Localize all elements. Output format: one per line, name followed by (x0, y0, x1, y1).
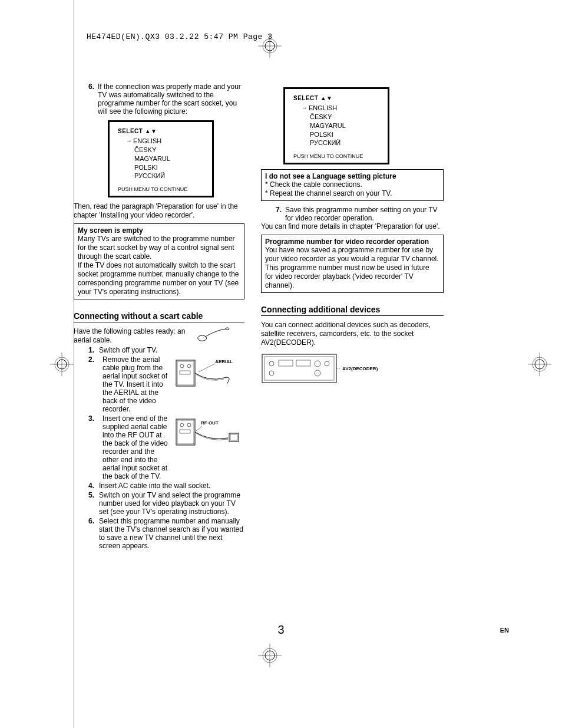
step-text: Save this programme number setting on yo… (285, 206, 444, 222)
svg-point-19 (269, 371, 274, 375)
svg-rect-16 (262, 354, 336, 383)
step-number: 6. (88, 83, 98, 116)
svg-rect-8 (176, 419, 195, 445)
svg-rect-21 (296, 360, 310, 366)
aerial-connection-diagram: AERIAL (174, 355, 244, 391)
step-text: Switch off your TV. (99, 346, 244, 354)
left-column: 6. If the connection was properly made a… (74, 83, 244, 550)
svg-point-11 (187, 423, 191, 427)
info-box-programme-number: Programme number for video recorder oper… (261, 235, 444, 293)
info-box-title: Programme number for video recorder oper… (265, 238, 439, 246)
intro-text: Have the following cables ready: an aeri… (74, 327, 191, 345)
info-box-text: If the TV does not automatically switch … (78, 261, 240, 297)
lang-option: MAGYARUL (310, 121, 379, 130)
rf-out-connection-diagram: RF OUT (174, 414, 244, 450)
step-number: 7. (276, 206, 285, 222)
lang-option: РУССКИЙ (310, 139, 379, 147)
lang-option: ENGLISH (134, 137, 204, 146)
step-text: Remove the aerial cable plug from the ae… (103, 355, 170, 413)
registration-mark-icon (258, 34, 282, 58)
decoder-connection-diagram: AV2(DECODER) (261, 351, 355, 392)
svg-line-7 (199, 364, 215, 372)
info-box-bullet: * Repeat the channel search on your TV. (265, 189, 439, 198)
info-box-text: Many TVs are switched to the programme n… (78, 235, 240, 261)
section-heading: Connecting additional devices (261, 305, 444, 314)
svg-point-22 (315, 361, 320, 367)
svg-point-0 (198, 335, 207, 341)
info-box-title: My screen is empty (78, 226, 240, 235)
lang-option: ČESKY (310, 113, 379, 121)
page-number: 3 (277, 623, 284, 637)
svg-point-18 (269, 361, 274, 366)
info-box-text: You have now saved a programme number fo… (265, 246, 439, 290)
lang-option: ČESKY (134, 146, 204, 154)
step-text: Insert AC cable into the wall socket. (99, 482, 244, 490)
svg-rect-12 (180, 430, 190, 433)
section-heading: Connecting without a scart cable (74, 311, 244, 321)
step-number: 4. (88, 482, 99, 490)
step-text: Select this programme number and manuall… (99, 517, 244, 550)
info-box-no-language: I do not see a Language setting picture … (261, 169, 444, 201)
paragraph: You can connect additional devices such … (261, 321, 444, 347)
info-box-screen-empty: My screen is empty Many TVs are switched… (74, 223, 244, 299)
aerial-cable-icon (191, 327, 232, 344)
svg-point-23 (315, 370, 320, 376)
svg-rect-20 (279, 360, 293, 366)
svg-rect-15 (230, 434, 237, 440)
svg-rect-2 (176, 360, 195, 386)
svg-line-13 (196, 426, 202, 431)
svg-point-4 (180, 364, 184, 368)
step-text: If the connection was properly made and … (98, 83, 244, 116)
tv-screen-language-menu: SELECT ▲▼ ENGLISH ČESKY MAGYARUL POLSKI … (283, 87, 389, 164)
tv-screen-language-menu: SELECT ▲▼ ENGLISH ČESKY MAGYARUL POLSKI … (108, 120, 214, 197)
step-number: 2. (88, 355, 99, 364)
svg-point-10 (180, 423, 184, 427)
select-label: SELECT ▲▼ (293, 95, 379, 101)
select-label: SELECT ▲▼ (118, 128, 204, 134)
step-text: Insert one end of the supplied aerial ca… (103, 414, 170, 480)
registration-mark-icon (528, 353, 551, 376)
svg-point-5 (187, 364, 191, 368)
step-number: 1. (88, 346, 99, 354)
step-number: 5. (88, 491, 99, 516)
lang-option: MAGYARUL (134, 154, 204, 163)
svg-rect-6 (180, 371, 190, 374)
step-number: 3. (88, 414, 99, 423)
info-box-bullet: * Check the cable connections. (265, 180, 439, 189)
page-language: EN (500, 627, 509, 634)
right-column: SELECT ▲▼ ENGLISH ČESKY MAGYARUL POLSKI … (261, 83, 444, 550)
lang-option: POLSKI (134, 163, 204, 172)
lang-option: ENGLISH (310, 104, 379, 113)
info-box-title: I do not see a Language setting picture (265, 172, 439, 180)
registration-mark-icon (50, 353, 74, 376)
svg-point-24 (325, 361, 329, 366)
print-header: HE474ED(EN).QX3 03.2.22 5:47 PM Page 3 (74, 32, 515, 41)
lang-option: РУССКИЙ (134, 172, 204, 180)
push-menu-label: PUSH MENU TO CONTINUE (293, 153, 379, 159)
registration-mark-icon (258, 644, 282, 667)
lang-option: POLSKI (310, 130, 379, 139)
push-menu-label: PUSH MENU TO CONTINUE (118, 186, 204, 192)
paragraph: You can find more details in chapter 'Pr… (261, 222, 444, 231)
step-number: 6. (88, 517, 99, 550)
step-text: Switch on your TV and select the program… (99, 491, 244, 516)
paragraph: Then, read the paragraph 'Preparation fo… (74, 202, 244, 220)
